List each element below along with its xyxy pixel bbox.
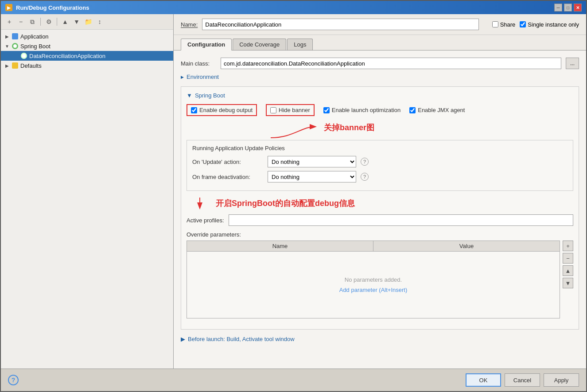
params-up-button[interactable]: ▲ — [563, 265, 573, 276]
enable-jmx-checkbox[interactable] — [409, 107, 416, 113]
apply-button[interactable]: Apply — [544, 373, 579, 387]
settings-button[interactable]: ⚙ — [44, 17, 54, 27]
on-update-help-icon[interactable]: ? — [361, 158, 369, 166]
minimize-button[interactable]: ─ — [554, 4, 562, 12]
override-section: Override parameters: Name Value No param… — [187, 231, 573, 318]
annotation-banner-text: 关掉banner图 — [324, 122, 374, 133]
tab-code-coverage[interactable]: Code Coverage — [233, 39, 286, 50]
add-param-link[interactable]: Add parameter (Alt+Insert) — [339, 287, 408, 293]
params-table-main: Name Value No parameters added. Add para… — [187, 241, 560, 318]
maximize-button[interactable]: □ — [564, 4, 572, 12]
enable-debug-output-item: Enable debug output — [187, 104, 257, 116]
help-button[interactable]: ? — [8, 375, 19, 385]
share-area: Share — [492, 21, 516, 28]
toolbar-separator — [40, 18, 41, 26]
cancel-button[interactable]: Cancel — [505, 373, 540, 387]
main-class-row: Main class: ... — [181, 58, 579, 69]
tree-item-springboot[interactable]: ▼ Spring Boot — [1, 41, 173, 51]
no-params-text: No parameters added. — [345, 276, 402, 283]
content-area: + − ⧉ ⚙ ▲ ▼ 📁 ↕ ▶ Application — [1, 14, 586, 369]
tab-logs[interactable]: Logs — [287, 39, 313, 50]
policies-section: Running Application Update Policies On '… — [187, 140, 573, 191]
enable-debug-output-label: Enable debug output — [199, 107, 253, 113]
before-launch-section[interactable]: ▶ Before launch: Build, Activate tool wi… — [181, 336, 579, 342]
main-class-input[interactable] — [221, 58, 561, 69]
share-label: Share — [500, 21, 516, 28]
single-instance-checkbox[interactable] — [520, 21, 526, 27]
active-profiles-input[interactable] — [229, 214, 573, 226]
checkboxes-row: Enable debug output Hide banner Enable l… — [187, 104, 573, 116]
bottom-bar: ? OK Cancel Apply — [1, 369, 586, 391]
before-launch-label: Before launch: Build, Activate tool wind… — [188, 336, 295, 342]
title-bar: ▶ Run/Debug Configurations ─ □ ✕ — [1, 1, 586, 14]
on-update-row: On 'Update' action: Do nothing ? — [192, 156, 568, 167]
springboot-icon — [12, 43, 19, 50]
on-frame-row: On frame deactivation: Do nothing ? — [192, 171, 568, 182]
tree-toolbar: + − ⧉ ⚙ ▲ ▼ 📁 ↕ — [1, 14, 173, 30]
params-wrapper: Name Value No parameters added. Add para… — [187, 241, 573, 318]
title-bar-left: ▶ Run/Debug Configurations — [5, 4, 89, 11]
tab-configuration[interactable]: Configuration — [181, 39, 232, 50]
main-class-browse-button[interactable]: ... — [566, 58, 579, 69]
name-bar: Name: Share Single instance only — [174, 14, 586, 35]
enable-debug-output-checkbox[interactable] — [191, 107, 197, 113]
share-checkbox[interactable] — [492, 21, 498, 27]
params-add-button[interactable]: + — [563, 241, 573, 251]
window-icon: ▶ — [5, 4, 12, 11]
params-down-button[interactable]: ▼ — [563, 278, 573, 288]
annotation-debug-text: 开启SpringBoot的自动配置debug信息 — [216, 198, 355, 209]
hide-banner-label: Hide banner — [279, 107, 310, 113]
ok-button[interactable]: OK — [466, 373, 501, 387]
application-label: Application — [20, 33, 49, 40]
run-debug-configurations-window: ▶ Run/Debug Configurations ─ □ ✕ + − ⧉ ⚙… — [0, 0, 587, 392]
on-frame-select[interactable]: Do nothing — [268, 171, 356, 182]
springboot-triangle: ▼ — [187, 92, 192, 99]
toolbar-separator-2 — [57, 18, 57, 26]
enable-jmx-label: Enable JMX agent — [418, 107, 465, 113]
params-col-name: Name — [187, 241, 373, 251]
config-area: Main class: ... ▶ Environment ▼ Spring B… — [174, 50, 586, 369]
bottom-buttons: OK Cancel Apply — [466, 373, 579, 387]
springboot-config-section: ▼ Spring Boot Enable debug output — [181, 86, 579, 330]
enable-launch-optimization-item: Enable launch optimization — [323, 107, 400, 113]
params-table-header: Name Value — [187, 241, 560, 252]
title-buttons: ─ □ ✕ — [554, 4, 582, 12]
hide-banner-item: Hide banner — [266, 104, 315, 116]
name-input[interactable] — [202, 19, 478, 30]
defaults-icon — [12, 62, 19, 69]
params-remove-button[interactable]: − — [563, 253, 573, 264]
copy-config-button[interactable]: ⧉ — [27, 17, 37, 27]
on-update-select[interactable]: Do nothing — [268, 156, 356, 167]
move-to-folder-button[interactable]: 📁 — [83, 17, 93, 27]
annotation-debug-area: 开启SpringBoot的自动配置debug信息 — [187, 195, 573, 211]
add-config-button[interactable]: + — [4, 17, 14, 27]
single-instance-area: Single instance only — [520, 21, 579, 28]
enable-launch-optimization-checkbox[interactable] — [323, 107, 330, 113]
springboot-label: Spring Boot — [20, 43, 51, 50]
hide-banner-checkbox[interactable] — [270, 107, 276, 113]
springboot-config-label: Spring Boot — [195, 92, 225, 99]
window-title: Run/Debug Configurations — [16, 4, 89, 11]
add-param-text: Add parameter — [339, 287, 377, 293]
tree-item-application[interactable]: ▶ Application — [1, 31, 173, 41]
name-label: Name: — [181, 21, 198, 28]
sort-button[interactable]: ↕ — [95, 17, 105, 27]
environment-section: ▶ Environment — [181, 74, 579, 80]
remove-config-button[interactable]: − — [16, 17, 26, 27]
springboot-config-header[interactable]: ▼ Spring Boot — [187, 92, 573, 99]
close-button[interactable]: ✕ — [574, 4, 582, 12]
expand-icon-springboot: ▼ — [4, 43, 10, 49]
before-launch-triangle: ▶ — [181, 336, 185, 342]
move-up-button[interactable]: ▲ — [60, 17, 70, 27]
main-class-label: Main class: — [181, 60, 216, 67]
expand-icon: ▶ — [4, 34, 10, 39]
on-frame-help-icon[interactable]: ? — [361, 173, 369, 181]
annotation-area: 关掉banner图 — [266, 122, 573, 140]
move-down-button[interactable]: ▼ — [72, 17, 82, 27]
tree-item-defaults[interactable]: ▶ Defaults — [1, 61, 173, 70]
datareconciliation-label: DataReconciliationApplication — [29, 53, 105, 59]
debug-arrow-svg — [187, 195, 213, 211]
params-col-value: Value — [373, 241, 560, 251]
environment-header[interactable]: ▶ Environment — [181, 74, 579, 80]
tree-item-datareconciliation[interactable]: DataReconciliationApplication — [1, 51, 173, 61]
